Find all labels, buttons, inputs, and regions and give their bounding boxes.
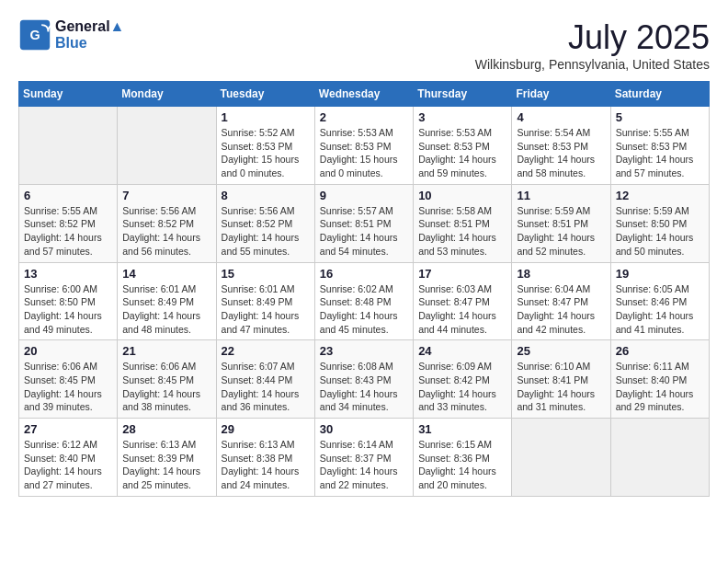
calendar-cell: 30Sunrise: 6:14 AM Sunset: 8:37 PM Dayli… [314, 419, 413, 497]
day-info: Sunrise: 6:13 AM Sunset: 8:39 PM Dayligh… [122, 438, 210, 492]
day-info: Sunrise: 6:00 AM Sunset: 8:50 PM Dayligh… [24, 282, 112, 337]
day-number: 27 [24, 422, 112, 436]
calendar-cell: 4Sunrise: 5:54 AM Sunset: 8:53 PM Daylig… [512, 107, 610, 185]
day-number: 30 [320, 422, 408, 436]
day-info: Sunrise: 5:54 AM Sunset: 8:53 PM Dayligh… [517, 126, 605, 180]
location: Wilkinsburg, Pennsylvania, United States [475, 57, 710, 72]
day-number: 29 [222, 422, 310, 436]
day-number: 1 [222, 110, 310, 124]
day-number: 25 [517, 344, 605, 358]
day-number: 26 [616, 344, 704, 358]
month-title: July 2025 [475, 18, 710, 57]
logo-icon: G [18, 18, 51, 52]
weekday-header-friday: Friday [512, 82, 610, 107]
day-info: Sunrise: 5:55 AM Sunset: 8:52 PM Dayligh… [24, 204, 112, 259]
day-number: 28 [122, 422, 210, 436]
day-number: 5 [616, 110, 704, 124]
calendar-cell [19, 107, 118, 185]
calendar-week-1: 1Sunrise: 5:52 AM Sunset: 8:53 PM Daylig… [19, 107, 710, 185]
day-info: Sunrise: 6:06 AM Sunset: 8:45 PM Dayligh… [24, 360, 112, 414]
day-number: 13 [24, 267, 112, 281]
calendar-cell [512, 419, 610, 497]
day-number: 3 [418, 110, 506, 124]
day-info: Sunrise: 6:03 AM Sunset: 8:47 PM Dayligh… [418, 282, 506, 337]
calendar-week-4: 20Sunrise: 6:06 AM Sunset: 8:45 PM Dayli… [19, 340, 710, 419]
weekday-header-row: SundayMondayTuesdayWednesdayThursdayFrid… [19, 82, 710, 107]
day-number: 18 [517, 267, 605, 281]
calendar-cell: 2Sunrise: 5:53 AM Sunset: 8:53 PM Daylig… [314, 107, 413, 185]
calendar-week-3: 13Sunrise: 6:00 AM Sunset: 8:50 PM Dayli… [19, 262, 710, 340]
title-block: July 2025 Wilkinsburg, Pennsylvania, Uni… [475, 18, 710, 72]
day-info: Sunrise: 6:04 AM Sunset: 8:47 PM Dayligh… [517, 282, 605, 337]
calendar-cell: 22Sunrise: 6:07 AM Sunset: 8:44 PM Dayli… [216, 340, 314, 419]
day-info: Sunrise: 6:15 AM Sunset: 8:36 PM Dayligh… [418, 438, 506, 492]
day-info: Sunrise: 5:53 AM Sunset: 8:53 PM Dayligh… [320, 126, 408, 180]
calendar-cell: 27Sunrise: 6:12 AM Sunset: 8:40 PM Dayli… [19, 419, 118, 497]
svg-text:G: G [29, 28, 40, 42]
day-info: Sunrise: 6:07 AM Sunset: 8:44 PM Dayligh… [222, 360, 310, 414]
calendar-table: SundayMondayTuesdayWednesdayThursdayFrid… [18, 81, 710, 497]
day-number: 12 [616, 189, 704, 202]
calendar-cell: 1Sunrise: 5:52 AM Sunset: 8:53 PM Daylig… [216, 107, 314, 185]
calendar-cell: 3Sunrise: 5:53 AM Sunset: 8:53 PM Daylig… [414, 107, 512, 185]
day-number: 11 [517, 189, 605, 202]
calendar-cell: 5Sunrise: 5:55 AM Sunset: 8:53 PM Daylig… [610, 107, 709, 185]
weekday-header-tuesday: Tuesday [216, 82, 314, 107]
day-number: 6 [24, 189, 112, 202]
day-info: Sunrise: 6:05 AM Sunset: 8:46 PM Dayligh… [616, 282, 704, 337]
day-info: Sunrise: 6:01 AM Sunset: 8:49 PM Dayligh… [222, 282, 310, 337]
weekday-header-sunday: Sunday [19, 82, 118, 107]
calendar-cell: 16Sunrise: 6:02 AM Sunset: 8:48 PM Dayli… [314, 262, 413, 340]
calendar-cell: 11Sunrise: 5:59 AM Sunset: 8:51 PM Dayli… [512, 184, 610, 262]
calendar-week-2: 6Sunrise: 5:55 AM Sunset: 8:52 PM Daylig… [19, 184, 710, 262]
calendar-cell: 8Sunrise: 5:56 AM Sunset: 8:52 PM Daylig… [216, 184, 314, 262]
logo-blue: Blue [55, 35, 124, 52]
calendar-cell: 13Sunrise: 6:00 AM Sunset: 8:50 PM Dayli… [19, 262, 118, 340]
day-number: 20 [24, 344, 112, 358]
weekday-header-monday: Monday [118, 82, 216, 107]
calendar-cell: 19Sunrise: 6:05 AM Sunset: 8:46 PM Dayli… [610, 262, 709, 340]
calendar-cell: 6Sunrise: 5:55 AM Sunset: 8:52 PM Daylig… [19, 184, 118, 262]
weekday-header-thursday: Thursday [414, 82, 512, 107]
day-info: Sunrise: 6:06 AM Sunset: 8:45 PM Dayligh… [122, 360, 210, 414]
calendar-cell: 29Sunrise: 6:13 AM Sunset: 8:38 PM Dayli… [216, 419, 314, 497]
day-number: 15 [222, 267, 310, 281]
calendar-cell [118, 107, 216, 185]
calendar-cell: 26Sunrise: 6:11 AM Sunset: 8:40 PM Dayli… [610, 340, 709, 419]
day-info: Sunrise: 6:01 AM Sunset: 8:49 PM Dayligh… [122, 282, 210, 337]
calendar-cell: 28Sunrise: 6:13 AM Sunset: 8:39 PM Dayli… [118, 419, 216, 497]
weekday-header-wednesday: Wednesday [314, 82, 413, 107]
day-info: Sunrise: 6:14 AM Sunset: 8:37 PM Dayligh… [320, 438, 408, 492]
calendar-cell: 23Sunrise: 6:08 AM Sunset: 8:43 PM Dayli… [314, 340, 413, 419]
day-info: Sunrise: 5:59 AM Sunset: 8:50 PM Dayligh… [616, 204, 704, 259]
day-info: Sunrise: 5:59 AM Sunset: 8:51 PM Dayligh… [517, 204, 605, 259]
day-number: 10 [418, 189, 506, 202]
day-number: 4 [517, 110, 605, 124]
day-info: Sunrise: 5:53 AM Sunset: 8:53 PM Dayligh… [418, 126, 506, 180]
day-number: 22 [222, 344, 310, 358]
day-info: Sunrise: 6:09 AM Sunset: 8:42 PM Dayligh… [418, 360, 506, 414]
day-number: 2 [320, 110, 408, 124]
day-number: 23 [320, 344, 408, 358]
calendar-cell [610, 419, 709, 497]
day-number: 19 [616, 267, 704, 281]
day-info: Sunrise: 5:56 AM Sunset: 8:52 PM Dayligh… [222, 204, 310, 259]
weekday-header-saturday: Saturday [610, 82, 709, 107]
day-info: Sunrise: 6:10 AM Sunset: 8:41 PM Dayligh… [517, 360, 605, 414]
calendar-cell: 17Sunrise: 6:03 AM Sunset: 8:47 PM Dayli… [414, 262, 512, 340]
calendar-cell: 18Sunrise: 6:04 AM Sunset: 8:47 PM Dayli… [512, 262, 610, 340]
calendar-cell: 7Sunrise: 5:56 AM Sunset: 8:52 PM Daylig… [118, 184, 216, 262]
day-number: 16 [320, 267, 408, 281]
day-number: 17 [418, 267, 506, 281]
calendar-cell: 10Sunrise: 5:58 AM Sunset: 8:51 PM Dayli… [414, 184, 512, 262]
day-number: 31 [418, 422, 506, 436]
calendar-cell: 21Sunrise: 6:06 AM Sunset: 8:45 PM Dayli… [118, 340, 216, 419]
day-number: 14 [122, 267, 210, 281]
day-info: Sunrise: 6:12 AM Sunset: 8:40 PM Dayligh… [24, 438, 112, 492]
calendar-week-5: 27Sunrise: 6:12 AM Sunset: 8:40 PM Dayli… [19, 419, 710, 497]
day-info: Sunrise: 5:56 AM Sunset: 8:52 PM Dayligh… [122, 204, 210, 259]
day-info: Sunrise: 6:13 AM Sunset: 8:38 PM Dayligh… [222, 438, 310, 492]
calendar-cell: 25Sunrise: 6:10 AM Sunset: 8:41 PM Dayli… [512, 340, 610, 419]
calendar-cell: 24Sunrise: 6:09 AM Sunset: 8:42 PM Dayli… [414, 340, 512, 419]
day-number: 9 [320, 189, 408, 202]
